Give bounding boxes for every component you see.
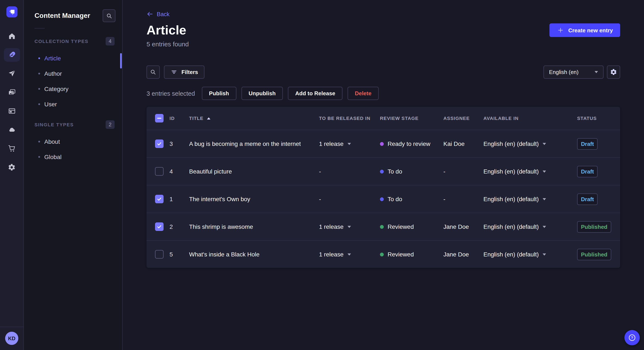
row-title-text: Beautiful picture <box>189 168 232 175</box>
select-all-checkbox[interactable] <box>155 114 164 123</box>
row-available-in: English (en) (default) <box>484 196 577 202</box>
section-count-badge: 2 <box>106 120 114 129</box>
row-locale-value: English (en) (default) <box>484 196 539 202</box>
chevron-down-icon[interactable] <box>543 253 546 255</box>
home-icon <box>8 32 16 40</box>
row-assignee: Jane Doe <box>444 251 484 258</box>
main-content: Back Article Create new entry 5 entries … <box>123 0 644 350</box>
row-review-stage: Ready to review <box>380 140 444 147</box>
column-header-title[interactable]: TITLE <box>189 116 319 121</box>
create-entry-button[interactable]: Create new entry <box>550 23 620 37</box>
filters-label: Filters <box>182 69 198 75</box>
row-review-stage: Reviewed <box>380 251 444 258</box>
row-available-in: English (en) (default) <box>484 223 577 230</box>
chevron-down-icon[interactable] <box>347 253 351 255</box>
stage-dot-icon <box>380 197 384 201</box>
stage-label: Ready to review <box>388 140 430 147</box>
row-title: A bug is becoming a meme on the internet <box>189 140 319 147</box>
table-search-button[interactable] <box>146 65 160 79</box>
delete-button[interactable]: Delete <box>348 87 379 100</box>
subnav-item-category[interactable]: Category <box>24 81 122 97</box>
subnav-item-label: User <box>44 101 57 108</box>
nav-home-button[interactable] <box>4 29 20 43</box>
row-locale-value: English (en) (default) <box>484 168 539 175</box>
publish-button[interactable]: Publish <box>202 87 236 100</box>
row-release-value: 1 release <box>319 251 344 258</box>
layout-icon <box>8 107 16 115</box>
section-head: SINGLE TYPES2 <box>24 120 122 129</box>
check-icon <box>157 196 162 201</box>
nav-content-type-builder-button[interactable] <box>4 104 20 118</box>
table-row[interactable]: 5What's inside a Black Hole1 releaseRevi… <box>146 240 620 268</box>
user-avatar[interactable]: KD <box>5 332 18 345</box>
row-id: 2 <box>170 223 189 230</box>
chevron-down-icon[interactable] <box>347 143 351 145</box>
indeterminate-dash-icon <box>157 118 162 119</box>
nav-settings-button[interactable] <box>4 160 20 174</box>
chevron-down-icon[interactable] <box>347 226 351 228</box>
row-review-stage: Reviewed <box>380 223 444 230</box>
nav-releases-button[interactable] <box>4 67 20 80</box>
row-checkbox[interactable] <box>155 195 164 203</box>
back-link[interactable]: Back <box>146 11 170 17</box>
subnav-sections: COLLECTION TYPES4ArticleAuthorCategoryUs… <box>24 37 122 165</box>
bullet-icon <box>38 88 40 90</box>
filter-icon <box>170 68 178 76</box>
row-release-value: 1 release <box>319 140 344 147</box>
table-row[interactable]: 2This shrimp is awesome1 releaseReviewed… <box>146 213 620 240</box>
subnav-item-article[interactable]: Article <box>24 51 122 66</box>
help-button[interactable]: ? <box>624 330 640 345</box>
filters-button[interactable]: Filters <box>164 65 204 79</box>
row-title-text: This shrimp is awesome <box>189 223 253 230</box>
section-label: COLLECTION TYPES <box>34 39 88 44</box>
section-label: SINGLE TYPES <box>34 122 74 127</box>
table-row[interactable]: 3A bug is becoming a meme on the interne… <box>146 130 620 157</box>
chevron-down-icon[interactable] <box>543 226 546 228</box>
row-checkbox[interactable] <box>155 250 164 259</box>
question-mark-icon: ? <box>628 333 637 342</box>
subnav-section: COLLECTION TYPES4ArticleAuthorCategoryUs… <box>24 37 122 112</box>
row-locale-value: English (en) (default) <box>484 251 539 258</box>
column-header-id[interactable]: ID <box>170 116 189 121</box>
chevron-down-icon[interactable] <box>543 198 546 200</box>
subnav-item-about[interactable]: About <box>24 134 122 149</box>
row-checkbox-cell <box>155 140 170 148</box>
row-checkbox[interactable] <box>155 222 164 231</box>
nav-media-library-button[interactable] <box>4 85 20 99</box>
strapi-logo[interactable] <box>6 6 17 17</box>
bullet-icon <box>38 73 40 74</box>
row-locale-value: English (en) (default) <box>484 140 539 147</box>
subnav-search-button[interactable] <box>103 9 116 22</box>
locale-select[interactable]: English (en) <box>544 65 604 79</box>
table-row[interactable]: 1The internet's Own boy-To do-English (e… <box>146 185 620 213</box>
row-available-in: English (en) (default) <box>484 251 577 258</box>
stage-label: Reviewed <box>388 251 414 258</box>
row-id: 5 <box>170 251 189 258</box>
subnav-item-user[interactable]: User <box>24 97 122 112</box>
nav-marketplace-button[interactable] <box>4 142 20 155</box>
chevron-down-icon[interactable] <box>543 143 546 145</box>
column-header-assignee: ASSIGNEE <box>444 116 484 121</box>
subnav-item-global[interactable]: Global <box>24 149 122 165</box>
row-checkbox[interactable] <box>155 140 164 148</box>
row-title: What's inside a Black Hole <box>189 251 319 258</box>
status-badge: Draft <box>577 166 598 177</box>
images-icon <box>8 88 16 97</box>
nav-content-manager-button[interactable] <box>4 48 20 62</box>
add-to-release-button[interactable]: Add to Release <box>288 87 342 100</box>
column-header-status: STATUS <box>577 116 612 121</box>
subnav-divider <box>34 28 45 28</box>
subnav-scrollbar-thumb[interactable] <box>120 53 122 68</box>
row-checkbox[interactable] <box>155 167 164 176</box>
row-title: Beautiful picture <box>189 168 319 175</box>
entries-count: 5 entries found <box>146 40 620 48</box>
view-settings-button[interactable] <box>607 65 620 79</box>
table-row[interactable]: 4Beautiful picture-To do-English (en) (d… <box>146 157 620 185</box>
unpublish-button[interactable]: Unpublish <box>241 87 283 100</box>
row-checkbox-cell <box>155 167 170 176</box>
nav-footer: KD <box>0 327 24 350</box>
nav-deploy-button[interactable] <box>4 123 20 137</box>
subnav-item-author[interactable]: Author <box>24 66 122 81</box>
row-assignee: - <box>444 196 484 202</box>
chevron-down-icon[interactable] <box>543 170 546 173</box>
